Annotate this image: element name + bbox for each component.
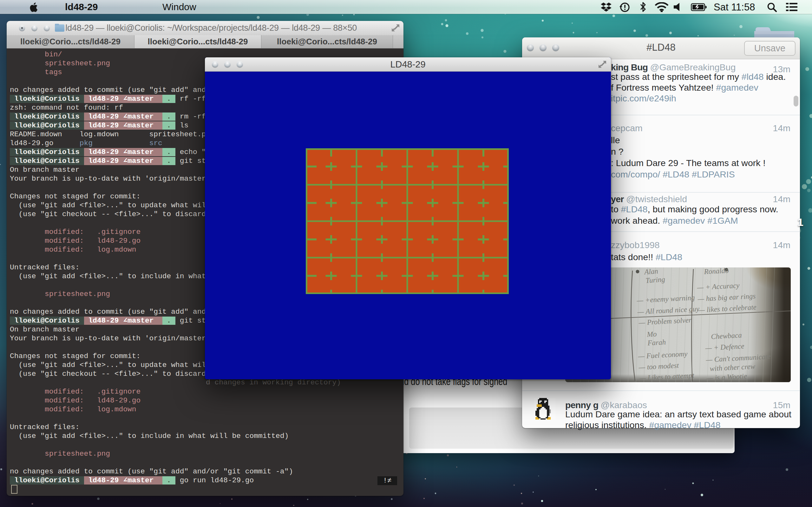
svg-text:— has big ear rings: — has big ear rings (697, 292, 756, 303)
svg-text:Ronaldo: Ronaldo (704, 268, 729, 276)
svg-text:Farah: Farah (647, 338, 666, 347)
svg-text:— + Accuracy: — + Accuracy (697, 281, 740, 291)
svg-text:bigger challenges: bigger challenges (645, 382, 697, 382)
svg-text:— is a Wootie: — is a Wootie (706, 372, 747, 382)
svg-text:— Problem solver: — Problem solver (638, 316, 692, 327)
svg-text:— + Defence: — + Defence (705, 342, 745, 352)
svg-text:Chewbaca: Chewbaca (711, 331, 742, 341)
svg-text:Alan: Alan (644, 268, 658, 276)
svg-text:with other crew: with other crew (710, 362, 756, 373)
svg-text:— too modest: — too modest (638, 361, 679, 372)
svg-text:Turing: Turing (646, 275, 665, 285)
svg-text:— Can't communicate: — Can't communicate (705, 352, 771, 364)
svg-text:— Likes to attempt: — Likes to attempt (639, 372, 695, 382)
svg-text:Mo: Mo (647, 330, 657, 338)
